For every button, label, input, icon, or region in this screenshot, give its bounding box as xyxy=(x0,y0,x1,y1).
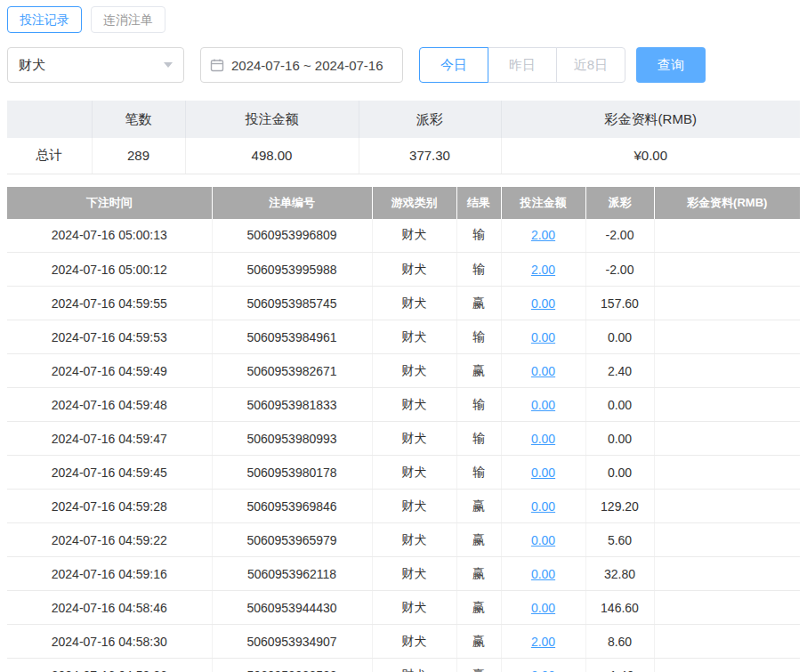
game-select[interactable]: 财犬 xyxy=(7,47,184,83)
bet-time-cell: 2024-07-16 04:58:46 xyxy=(7,591,212,625)
page: 投注记录 连消注单 财犬 2024-07-16 ~ 2024-07-16 今日 … xyxy=(0,0,807,672)
game-type-cell: 财犬 xyxy=(372,253,456,287)
table-row: 2024-07-16 04:58:26 5060953932522 财犬 赢 2… xyxy=(7,659,800,672)
bet-amount-link[interactable]: 0.00 xyxy=(531,533,555,547)
bet-amount-link[interactable]: 0.00 xyxy=(531,432,555,446)
payout-cell: 8.60 xyxy=(585,625,654,659)
result-cell: 输 xyxy=(456,219,501,253)
result-cell: 输 xyxy=(456,320,501,354)
summary-payout-value: 377.30 xyxy=(359,138,501,174)
bet-amount-link[interactable]: 0.00 xyxy=(531,296,555,311)
bet-amount-link[interactable]: 0.00 xyxy=(531,567,555,581)
order-number-cell: 5060953982671 xyxy=(212,354,372,388)
result-cell: 赢 xyxy=(456,659,501,672)
order-number-cell: 5060953932522 xyxy=(212,659,372,672)
header-payout: 派彩 xyxy=(585,187,654,219)
payout-cell: 129.20 xyxy=(585,490,654,523)
game-type-cell: 财犬 xyxy=(372,287,456,320)
last-8-days-button[interactable]: 近8日 xyxy=(556,47,625,83)
order-number-cell: 5060953984961 xyxy=(212,320,372,354)
bet-amount-link[interactable]: 2.00 xyxy=(531,263,555,277)
tab-bet-records[interactable]: 投注记录 xyxy=(7,6,82,33)
bet-time-cell: 2024-07-16 05:00:12 xyxy=(7,253,212,287)
bet-amount-cell: 0.00 xyxy=(501,354,585,388)
table-row: 2024-07-16 04:59:16 5060953962118 财犬 赢 0… xyxy=(7,557,800,591)
quick-range-group: 今日 昨日 近8日 xyxy=(419,47,625,83)
bet-amount-cell: 2.00 xyxy=(501,219,585,253)
summary-header-bonus: 彩金资料(RMB) xyxy=(501,101,800,138)
order-number-cell: 5060953980178 xyxy=(212,456,372,490)
payout-cell: -2.00 xyxy=(585,253,654,287)
bet-amount-cell: 0.00 xyxy=(501,320,585,354)
result-cell: 输 xyxy=(456,456,501,490)
bet-amount-link[interactable]: 0.00 xyxy=(531,364,555,378)
payout-cell: 146.60 xyxy=(585,591,654,625)
bet-amount-link[interactable]: 0.00 xyxy=(531,398,555,412)
order-number-cell: 5060953969846 xyxy=(212,490,372,523)
game-type-cell: 财犬 xyxy=(372,557,456,591)
date-range-input[interactable]: 2024-07-16 ~ 2024-07-16 xyxy=(200,47,403,83)
bet-amount-cell: 0.00 xyxy=(501,523,585,557)
header-game-type: 游戏类别 xyxy=(372,187,456,219)
table-row: 2024-07-16 04:59:28 5060953969846 财犬 赢 0… xyxy=(7,490,800,523)
bet-table: 下注时间 注单编号 游戏类别 结果 投注金额 派彩 彩金资料(RMB) 2024… xyxy=(7,187,800,672)
table-row: 2024-07-16 04:59:45 5060953980178 财犬 输 0… xyxy=(7,456,800,490)
bet-amount-link[interactable]: 0.00 xyxy=(531,499,555,514)
bet-amount-cell: 0.00 xyxy=(501,591,585,625)
bet-time-cell: 2024-07-16 04:59:45 xyxy=(7,456,212,490)
game-type-cell: 财犬 xyxy=(372,659,456,672)
bonus-cell xyxy=(654,591,800,625)
bonus-cell xyxy=(654,219,800,253)
table-row: 2024-07-16 04:59:49 5060953982671 财犬 赢 0… xyxy=(7,354,800,388)
today-button[interactable]: 今日 xyxy=(419,47,488,83)
chevron-down-icon xyxy=(164,62,173,68)
header-bet-time: 下注时间 xyxy=(7,187,212,219)
summary-count-value: 289 xyxy=(92,138,185,174)
bonus-cell xyxy=(654,523,800,557)
bet-amount-link[interactable]: 0.00 xyxy=(531,601,555,615)
game-select-value: 财犬 xyxy=(19,57,45,74)
order-number-cell: 5060953981833 xyxy=(212,388,372,422)
tab-chained-bets[interactable]: 连消注单 xyxy=(91,6,165,33)
bet-amount-link[interactable]: 2.00 xyxy=(531,635,555,649)
bet-table-body: 2024-07-16 05:00:13 5060953996809 财犬 输 2… xyxy=(7,219,800,672)
bonus-cell xyxy=(654,422,800,456)
summary-bet-amount-value: 498.00 xyxy=(185,138,359,174)
header-result: 结果 xyxy=(456,187,501,219)
payout-cell: -1.40 xyxy=(585,659,654,672)
bet-time-cell: 2024-07-16 04:59:47 xyxy=(7,422,212,456)
bet-amount-cell: 2.00 xyxy=(501,253,585,287)
result-cell: 赢 xyxy=(456,591,501,625)
bet-amount-link[interactable]: 0.00 xyxy=(531,466,555,480)
bet-amount-link[interactable]: 2.00 xyxy=(531,668,555,672)
order-number-cell: 5060953995988 xyxy=(212,253,372,287)
bet-time-cell: 2024-07-16 04:59:16 xyxy=(7,557,212,591)
query-button[interactable]: 查询 xyxy=(636,47,706,83)
bet-amount-link[interactable]: 2.00 xyxy=(531,228,555,242)
bonus-cell xyxy=(654,456,800,490)
date-range-value: 2024-07-16 ~ 2024-07-16 xyxy=(231,58,383,73)
bet-time-cell: 2024-07-16 04:59:28 xyxy=(7,490,212,523)
summary-header-blank xyxy=(7,101,92,138)
payout-cell: 5.60 xyxy=(585,523,654,557)
bet-amount-link[interactable]: 0.00 xyxy=(531,330,555,344)
bet-amount-cell: 0.00 xyxy=(501,388,585,422)
bonus-cell xyxy=(654,659,800,672)
bet-time-cell: 2024-07-16 04:59:22 xyxy=(7,523,212,557)
payout-cell: 0.00 xyxy=(585,320,654,354)
table-row: 2024-07-16 04:58:30 5060953934907 财犬 赢 2… xyxy=(7,625,800,659)
bonus-cell xyxy=(654,320,800,354)
bet-time-cell: 2024-07-16 04:59:48 xyxy=(7,388,212,422)
table-row: 2024-07-16 04:59:53 5060953984961 财犬 输 0… xyxy=(7,320,800,354)
summary-bonus-value: ¥0.00 xyxy=(501,138,800,174)
summary-header-bet-amount: 投注金额 xyxy=(185,101,359,138)
order-number-cell: 5060953965979 xyxy=(212,523,372,557)
table-row: 2024-07-16 04:59:48 5060953981833 财犬 输 0… xyxy=(7,388,800,422)
table-row: 2024-07-16 04:59:22 5060953965979 财犬 赢 0… xyxy=(7,523,800,557)
bet-amount-cell: 0.00 xyxy=(501,287,585,320)
yesterday-button[interactable]: 昨日 xyxy=(488,47,557,83)
result-cell: 输 xyxy=(456,422,501,456)
tab-bar: 投注记录 连消注单 xyxy=(7,4,800,38)
calendar-icon xyxy=(210,58,224,72)
game-type-cell: 财犬 xyxy=(372,490,456,523)
